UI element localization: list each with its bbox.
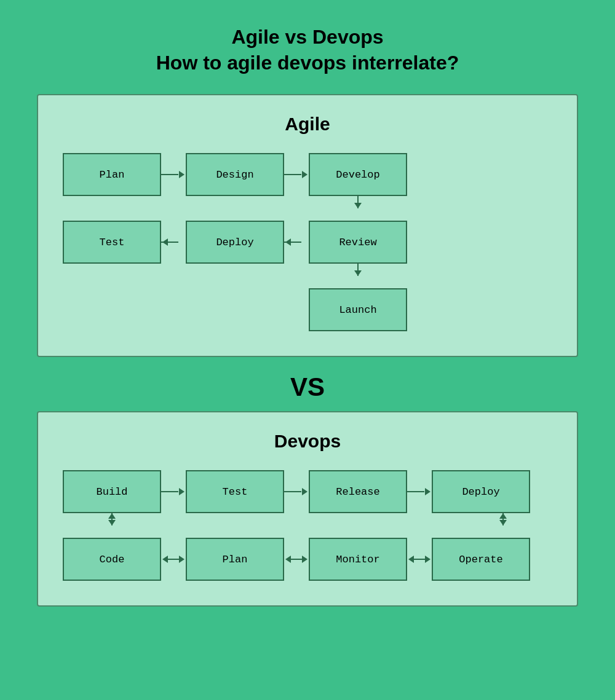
agile-develop-box: Develop <box>309 153 407 196</box>
agile-section: Agile Plan Design Develop Test Deploy Re… <box>37 94 578 357</box>
arrow-test-release <box>284 486 309 498</box>
arrow-plan-monitor <box>284 553 309 565</box>
agile-title: Agile <box>63 114 552 135</box>
arrow-design-develop <box>284 168 309 181</box>
arrow-build-test <box>161 486 186 498</box>
agile-launch-box: Launch <box>309 288 407 331</box>
agile-test-box: Test <box>63 221 161 264</box>
agile-plan-box: Plan <box>63 153 161 196</box>
vert-deploy-operate <box>502 513 504 525</box>
devops-plan-box: Plan <box>186 538 284 581</box>
arrow-deploy-test <box>161 236 186 248</box>
agile-design-box: Design <box>186 153 284 196</box>
vs-label: VS <box>290 372 325 402</box>
agile-deploy-box: Deploy <box>186 221 284 264</box>
devops-test-box: Test <box>186 470 284 513</box>
devops-section: Devops Build Test Release Deploy <box>37 411 578 607</box>
devops-build-box: Build <box>63 470 161 513</box>
agile-review-box: Review <box>309 221 407 264</box>
arrow-plan-design <box>161 168 186 181</box>
arrow-monitor-operate <box>407 553 432 565</box>
vert-build-code <box>111 513 113 525</box>
devops-monitor-box: Monitor <box>309 538 407 581</box>
arrow-review-deploy <box>284 236 309 248</box>
devops-title: Devops <box>63 431 552 452</box>
devops-release-box: Release <box>309 470 407 513</box>
devops-operate-box: Operate <box>432 538 530 581</box>
devops-deploy-box: Deploy <box>432 470 530 513</box>
arrow-code-plan <box>161 553 186 565</box>
devops-code-box: Code <box>63 538 161 581</box>
arrow-release-deploy <box>407 486 432 498</box>
main-title: Agile vs Devops How to agile devops inte… <box>156 25 459 76</box>
